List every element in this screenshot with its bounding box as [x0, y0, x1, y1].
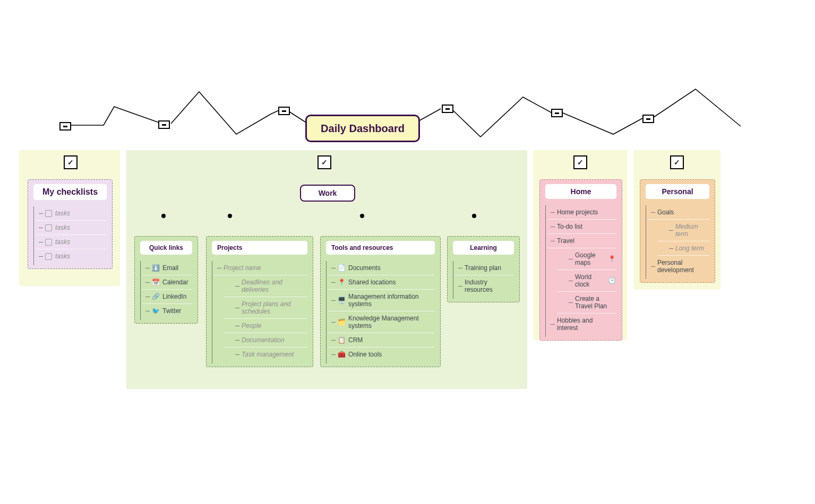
quick-link-item[interactable]: 🔗LinkedIn — [142, 290, 192, 304]
quick-link-label: LinkedIn — [162, 293, 186, 300]
personal-toggle[interactable] — [670, 155, 684, 169]
personal-title: Personal — [646, 184, 709, 199]
home-item-label: Hobbies and interest — [557, 317, 615, 332]
learning-label: Industry resources — [465, 279, 513, 293]
checklist-item-label: tasks — [55, 253, 70, 260]
tool-item[interactable]: 🧰Online tools — [328, 347, 435, 361]
project-subitem[interactable]: Deadlines and deliveries — [224, 275, 307, 297]
checklist-item[interactable]: tasks — [36, 221, 107, 235]
tool-label: Documents — [348, 264, 381, 272]
checkbox-icon — [45, 239, 52, 246]
home-item[interactable]: Hobbies and interest — [547, 314, 616, 335]
tree-dot — [228, 214, 232, 218]
project-subitem[interactable]: People — [224, 319, 307, 333]
checklist-item[interactable]: tasks — [36, 235, 107, 249]
learning-item[interactable]: Training plan — [455, 261, 514, 275]
personal-subitem-label: Long term — [675, 245, 704, 252]
checklist-item-label: tasks — [55, 224, 70, 231]
tree-dot — [360, 214, 364, 218]
maps-icon: 📍 — [608, 255, 615, 263]
project-name-placeholder[interactable]: Project name — [214, 261, 307, 275]
personal-subitem[interactable]: Long term — [657, 241, 709, 256]
diagram-canvas: Daily Dashboard My checklists tasks task… — [0, 0, 815, 504]
project-subitem[interactable]: Project plans and schedules — [224, 297, 307, 319]
project-subitem-label: Deadlines and deliveries — [242, 279, 306, 293]
home-title: Home — [545, 184, 616, 199]
checklist-item-label: tasks — [55, 238, 70, 246]
home-item-label: To-do list — [557, 223, 582, 230]
collapse-node-1[interactable] — [59, 122, 71, 131]
work-toggle[interactable] — [318, 155, 331, 169]
tools-title: Tools and resources — [326, 241, 435, 255]
tool-label: Management information systems — [348, 293, 434, 308]
toolbox-icon: 🧰 — [338, 351, 345, 358]
checklists-card[interactable]: My checklists tasks tasks tasks tasks — [28, 179, 113, 269]
tool-item[interactable]: 🗂️Knowledge Management systems — [328, 311, 435, 333]
quick-link-item[interactable]: 📅Calendar — [142, 275, 192, 290]
tool-label: CRM — [348, 336, 363, 344]
tool-item[interactable]: 📋CRM — [328, 333, 435, 347]
checklists-body: tasks tasks tasks tasks — [30, 204, 112, 268]
checklist-item[interactable]: tasks — [36, 206, 107, 221]
computer-icon: 🖥️ — [338, 297, 345, 304]
tool-label: Knowledge Management systems — [348, 315, 434, 329]
personal-item[interactable]: Goals — [648, 205, 709, 220]
personal-item-label: Personal development — [657, 259, 708, 274]
checklists-toggle[interactable] — [64, 155, 78, 169]
folder-icon: 🗂️ — [338, 318, 345, 326]
home-item-label: Travel — [557, 237, 574, 245]
home-subitem-label: Create a Travel Plan — [575, 295, 615, 310]
twitter-icon: 🐦 — [152, 307, 159, 315]
checkbox-icon — [45, 253, 52, 260]
quick-link-item[interactable]: ⬇️Email — [142, 261, 192, 275]
pin-icon: 📍 — [338, 279, 345, 286]
quick-link-label: Email — [162, 264, 178, 272]
personal-item[interactable]: Personal development — [648, 256, 709, 277]
learning-item[interactable]: Industry resources — [455, 275, 514, 297]
checklist-item-label: tasks — [55, 210, 70, 217]
collapse-node-6[interactable] — [642, 115, 654, 123]
quick-link-label: Calendar — [162, 279, 188, 286]
tool-item[interactable]: 🖥️Management information systems — [328, 290, 435, 311]
projects-card[interactable]: Projects Project name Deadlines and deli… — [206, 236, 313, 367]
project-subitem-label: Documentation — [242, 336, 285, 344]
home-subitem-label: World clock — [575, 273, 605, 288]
project-subitem[interactable]: Task management — [224, 347, 307, 361]
home-toggle[interactable] — [573, 155, 587, 169]
home-subitem[interactable]: World clock🕒 — [557, 270, 616, 292]
home-item[interactable]: Home projects — [547, 205, 616, 220]
collapse-node-2[interactable] — [158, 120, 170, 129]
collapse-node-5[interactable] — [551, 109, 563, 117]
email-icon: ⬇️ — [152, 264, 159, 272]
personal-card[interactable]: Personal Goals Medium term Long term Per… — [640, 179, 715, 283]
home-card[interactable]: Home Home projects To-do list Travel Goo… — [539, 179, 622, 341]
tree-dot — [161, 214, 166, 218]
project-subitem[interactable]: Documentation — [224, 333, 307, 347]
calendar-icon: 📅 — [152, 279, 159, 286]
learning-card[interactable]: Learning Training plan Industry resource… — [447, 236, 520, 302]
clipboard-icon: 📋 — [338, 336, 345, 344]
tools-card[interactable]: Tools and resources 📄Documents 📍Shared l… — [320, 236, 441, 367]
home-subitem[interactable]: Create a Travel Plan — [557, 292, 616, 314]
diagram-title[interactable]: Daily Dashboard — [305, 115, 420, 142]
personal-subitem[interactable]: Medium term — [657, 220, 709, 241]
tool-item[interactable]: 📄Documents — [328, 261, 435, 275]
home-item[interactable]: To-do list — [547, 220, 616, 234]
quick-links-card[interactable]: Quick links ⬇️Email 📅Calendar 🔗LinkedIn … — [134, 236, 198, 324]
personal-subitem-label: Medium term — [675, 223, 708, 238]
quick-link-item[interactable]: 🐦Twitter — [142, 304, 192, 318]
work-title[interactable]: Work — [300, 185, 355, 202]
home-subitem[interactable]: Google maps📍 — [557, 248, 616, 270]
documents-icon: 📄 — [338, 264, 345, 272]
tool-label: Online tools — [348, 351, 382, 358]
learning-title: Learning — [453, 241, 514, 255]
checklist-item[interactable]: tasks — [36, 249, 107, 263]
link-icon: 🔗 — [152, 293, 159, 300]
quick-link-label: Twitter — [162, 307, 181, 315]
home-item[interactable]: Travel — [547, 234, 616, 248]
collapse-node-4[interactable] — [442, 105, 453, 113]
projects-title: Projects — [212, 241, 307, 255]
tool-item[interactable]: 📍Shared locations — [328, 275, 435, 290]
tool-label: Shared locations — [348, 279, 396, 286]
collapse-node-3[interactable] — [278, 107, 290, 115]
